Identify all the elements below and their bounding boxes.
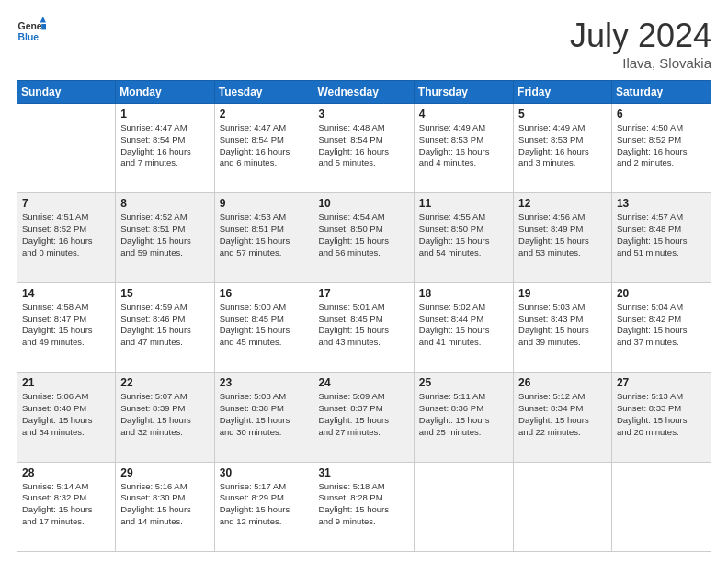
table-row: 8Sunrise: 4:52 AM Sunset: 8:51 PM Daylig… <box>116 193 214 282</box>
table-row: 18Sunrise: 5:02 AM Sunset: 8:44 PM Dayli… <box>414 282 513 372</box>
day-number: 11 <box>419 197 508 210</box>
day-info: Sunrise: 5:11 AM Sunset: 8:36 PM Dayligh… <box>419 391 508 438</box>
day-number: 28 <box>22 466 110 479</box>
day-info: Sunrise: 5:16 AM Sunset: 8:30 PM Dayligh… <box>120 481 209 528</box>
table-row: 10Sunrise: 4:54 AM Sunset: 8:50 PM Dayli… <box>313 193 414 282</box>
table-row: 2Sunrise: 4:47 AM Sunset: 8:54 PM Daylig… <box>214 104 313 193</box>
table-row: 25Sunrise: 5:11 AM Sunset: 8:36 PM Dayli… <box>414 373 513 462</box>
day-info: Sunrise: 4:54 AM Sunset: 8:50 PM Dayligh… <box>318 212 408 259</box>
col-tuesday: Tuesday <box>214 81 313 104</box>
day-number: 2 <box>220 108 309 121</box>
day-info: Sunrise: 5:08 AM Sunset: 8:38 PM Dayligh… <box>220 391 309 438</box>
calendar-table: Sunday Monday Tuesday Wednesday Thursday… <box>17 80 711 552</box>
logo: General Blue <box>17 17 46 46</box>
location: Ilava, Slovakia <box>570 55 711 71</box>
day-info: Sunrise: 5:14 AM Sunset: 8:32 PM Dayligh… <box>22 481 110 528</box>
day-number: 14 <box>22 287 110 300</box>
day-info: Sunrise: 4:58 AM Sunset: 8:47 PM Dayligh… <box>22 302 110 349</box>
svg-text:Blue: Blue <box>18 32 40 42</box>
day-number: 24 <box>318 376 408 389</box>
day-number: 16 <box>220 287 309 300</box>
calendar-week-row: 14Sunrise: 4:58 AM Sunset: 8:47 PM Dayli… <box>17 282 711 372</box>
day-number: 19 <box>518 287 607 300</box>
day-number: 17 <box>318 287 408 300</box>
table-row: 29Sunrise: 5:16 AM Sunset: 8:30 PM Dayli… <box>116 462 214 551</box>
header: General Blue July 2024 Ilava, Slovakia <box>17 17 711 71</box>
table-row: 23Sunrise: 5:08 AM Sunset: 8:38 PM Dayli… <box>214 373 313 462</box>
logo-icon: General Blue <box>17 17 46 46</box>
day-info: Sunrise: 4:56 AM Sunset: 8:49 PM Dayligh… <box>518 212 607 259</box>
day-number: 7 <box>22 197 110 210</box>
day-info: Sunrise: 4:49 AM Sunset: 8:53 PM Dayligh… <box>419 122 508 169</box>
table-row: 31Sunrise: 5:18 AM Sunset: 8:28 PM Dayli… <box>313 462 414 551</box>
day-info: Sunrise: 5:04 AM Sunset: 8:42 PM Dayligh… <box>617 302 706 349</box>
day-info: Sunrise: 4:49 AM Sunset: 8:53 PM Dayligh… <box>518 122 607 169</box>
day-info: Sunrise: 5:18 AM Sunset: 8:28 PM Dayligh… <box>318 481 408 528</box>
day-number: 30 <box>220 466 309 479</box>
table-row: 26Sunrise: 5:12 AM Sunset: 8:34 PM Dayli… <box>514 373 612 462</box>
day-info: Sunrise: 4:48 AM Sunset: 8:54 PM Dayligh… <box>318 122 408 169</box>
month-year: July 2024 <box>570 17 711 55</box>
table-row: 22Sunrise: 5:07 AM Sunset: 8:39 PM Dayli… <box>116 373 214 462</box>
table-row: 11Sunrise: 4:55 AM Sunset: 8:50 PM Dayli… <box>414 193 513 282</box>
day-number: 5 <box>518 108 607 121</box>
day-number: 12 <box>518 197 607 210</box>
table-row <box>611 462 711 551</box>
day-number: 31 <box>318 466 408 479</box>
day-number: 23 <box>220 376 309 389</box>
day-info: Sunrise: 4:53 AM Sunset: 8:51 PM Dayligh… <box>220 212 309 259</box>
day-number: 13 <box>617 197 706 210</box>
day-number: 29 <box>120 466 209 479</box>
day-number: 27 <box>617 376 706 389</box>
day-info: Sunrise: 5:12 AM Sunset: 8:34 PM Dayligh… <box>518 391 607 438</box>
col-sunday: Sunday <box>17 81 116 104</box>
col-thursday: Thursday <box>414 81 513 104</box>
table-row: 12Sunrise: 4:56 AM Sunset: 8:49 PM Dayli… <box>514 193 612 282</box>
table-row: 3Sunrise: 4:48 AM Sunset: 8:54 PM Daylig… <box>313 104 414 193</box>
col-saturday: Saturday <box>611 81 711 104</box>
table-row: 21Sunrise: 5:06 AM Sunset: 8:40 PM Dayli… <box>17 373 116 462</box>
table-row: 4Sunrise: 4:49 AM Sunset: 8:53 PM Daylig… <box>414 104 513 193</box>
day-info: Sunrise: 4:50 AM Sunset: 8:52 PM Dayligh… <box>617 122 706 169</box>
table-row: 17Sunrise: 5:01 AM Sunset: 8:45 PM Dayli… <box>313 282 414 372</box>
calendar-week-row: 21Sunrise: 5:06 AM Sunset: 8:40 PM Dayli… <box>17 373 711 462</box>
day-number: 21 <box>22 376 110 389</box>
calendar-header-row: Sunday Monday Tuesday Wednesday Thursday… <box>17 81 711 104</box>
table-row: 7Sunrise: 4:51 AM Sunset: 8:52 PM Daylig… <box>17 193 116 282</box>
day-number: 26 <box>518 376 607 389</box>
day-number: 22 <box>120 376 209 389</box>
day-info: Sunrise: 5:07 AM Sunset: 8:39 PM Dayligh… <box>120 391 209 438</box>
calendar-week-row: 28Sunrise: 5:14 AM Sunset: 8:32 PM Dayli… <box>17 462 711 551</box>
table-row: 19Sunrise: 5:03 AM Sunset: 8:43 PM Dayli… <box>514 282 612 372</box>
day-info: Sunrise: 4:59 AM Sunset: 8:46 PM Dayligh… <box>120 302 209 349</box>
table-row: 6Sunrise: 4:50 AM Sunset: 8:52 PM Daylig… <box>611 104 711 193</box>
col-monday: Monday <box>116 81 214 104</box>
col-friday: Friday <box>514 81 612 104</box>
day-info: Sunrise: 5:02 AM Sunset: 8:44 PM Dayligh… <box>419 302 508 349</box>
table-row: 15Sunrise: 4:59 AM Sunset: 8:46 PM Dayli… <box>116 282 214 372</box>
day-number: 9 <box>220 197 309 210</box>
day-info: Sunrise: 5:01 AM Sunset: 8:45 PM Dayligh… <box>318 302 408 349</box>
calendar-week-row: 1Sunrise: 4:47 AM Sunset: 8:54 PM Daylig… <box>17 104 711 193</box>
day-info: Sunrise: 5:13 AM Sunset: 8:33 PM Dayligh… <box>617 391 706 438</box>
day-number: 20 <box>617 287 706 300</box>
day-number: 8 <box>120 197 209 210</box>
table-row: 27Sunrise: 5:13 AM Sunset: 8:33 PM Dayli… <box>611 373 711 462</box>
day-info: Sunrise: 5:09 AM Sunset: 8:37 PM Dayligh… <box>318 391 408 438</box>
svg-marker-3 <box>41 24 46 29</box>
day-number: 6 <box>617 108 706 121</box>
day-info: Sunrise: 4:47 AM Sunset: 8:54 PM Dayligh… <box>220 122 309 169</box>
day-info: Sunrise: 5:17 AM Sunset: 8:29 PM Dayligh… <box>220 481 309 528</box>
table-row: 14Sunrise: 4:58 AM Sunset: 8:47 PM Dayli… <box>17 282 116 372</box>
day-number: 15 <box>120 287 209 300</box>
col-wednesday: Wednesday <box>313 81 414 104</box>
day-info: Sunrise: 5:00 AM Sunset: 8:45 PM Dayligh… <box>220 302 309 349</box>
day-info: Sunrise: 4:57 AM Sunset: 8:48 PM Dayligh… <box>617 212 706 259</box>
day-number: 3 <box>318 108 408 121</box>
day-info: Sunrise: 5:03 AM Sunset: 8:43 PM Dayligh… <box>518 302 607 349</box>
day-number: 25 <box>419 376 508 389</box>
title-block: July 2024 Ilava, Slovakia <box>570 17 711 71</box>
table-row: 5Sunrise: 4:49 AM Sunset: 8:53 PM Daylig… <box>514 104 612 193</box>
table-row <box>17 104 116 193</box>
day-info: Sunrise: 4:55 AM Sunset: 8:50 PM Dayligh… <box>419 212 508 259</box>
